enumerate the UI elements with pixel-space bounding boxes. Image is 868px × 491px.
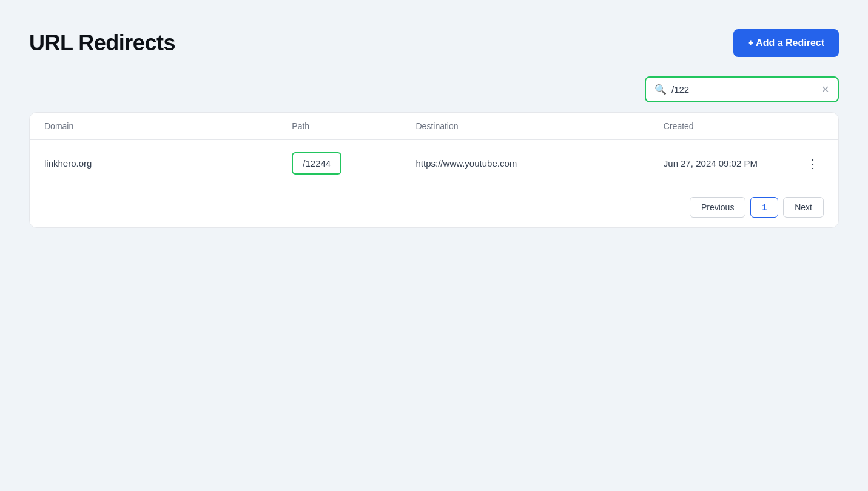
search-box: 🔍 ✕ xyxy=(645,76,839,102)
table-row: linkhero.org /12244 https://www.youtube.… xyxy=(30,140,838,187)
column-header-created: Created xyxy=(664,121,787,131)
redirects-table: Domain Path Destination Created linkhero… xyxy=(29,112,839,228)
actions-cell: ⋮ xyxy=(787,155,824,172)
table-header: Domain Path Destination Created xyxy=(30,113,838,140)
search-icon: 🔍 xyxy=(654,84,667,95)
clear-search-icon[interactable]: ✕ xyxy=(821,84,829,95)
column-header-actions xyxy=(787,121,824,131)
created-cell: Jun 27, 2024 09:02 PM xyxy=(664,158,787,169)
next-button[interactable]: Next xyxy=(783,197,824,218)
path-cell: /12244 xyxy=(292,152,415,175)
previous-button[interactable]: Previous xyxy=(690,197,745,218)
domain-cell: linkhero.org xyxy=(44,158,292,169)
path-value: /12244 xyxy=(292,152,341,175)
column-header-domain: Domain xyxy=(44,121,292,131)
column-header-destination: Destination xyxy=(416,121,664,131)
pagination: Previous 1 Next xyxy=(30,187,838,227)
search-input[interactable] xyxy=(671,84,816,95)
page-title: URL Redirects xyxy=(29,30,175,56)
more-options-button[interactable]: ⋮ xyxy=(802,155,824,172)
destination-cell: https://www.youtube.com xyxy=(416,158,664,169)
column-header-path: Path xyxy=(292,121,415,131)
add-redirect-button[interactable]: + Add a Redirect xyxy=(733,29,839,57)
page-1-button[interactable]: 1 xyxy=(750,197,778,218)
